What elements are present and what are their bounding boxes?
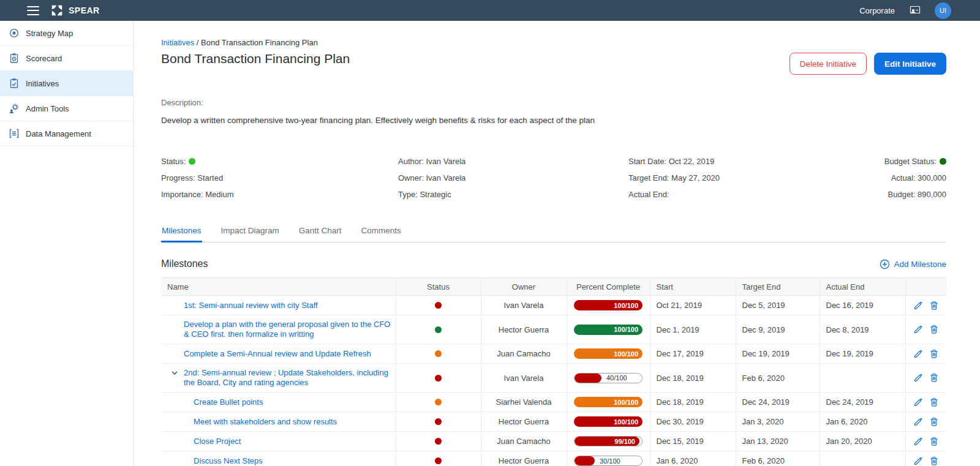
- importance-field: Importance: Medium: [161, 190, 398, 199]
- details-grid: Status: Author: Ivan Varela Start Date: …: [161, 153, 946, 203]
- edit-milestone-button[interactable]: [913, 325, 923, 334]
- milestone-link[interactable]: Discuss Next Steps: [194, 456, 263, 466]
- edit-initiative-button[interactable]: Edit Initiative: [874, 53, 946, 75]
- milestone-link[interactable]: Create Bullet points: [194, 397, 263, 407]
- sidebar-item-strategy-map[interactable]: Strategy Map: [0, 21, 133, 46]
- table-row: Create Bullet pointsSiarhei Valenda100/1…: [161, 393, 946, 412]
- edit-milestone-button[interactable]: [913, 349, 923, 359]
- milestone-start: Dec 18, 2019: [650, 393, 736, 412]
- milestone-status-dot: [435, 326, 442, 333]
- edit-milestone-button[interactable]: [913, 417, 923, 427]
- milestone-owner: Hector Guerra: [481, 451, 567, 466]
- sidebar-item-scorecard[interactable]: Scorecard: [0, 46, 133, 71]
- description-label: Description:: [161, 98, 946, 107]
- column-header-actual-end: Actual End: [820, 278, 905, 296]
- tab-impact-diagram[interactable]: Impact Diagram: [221, 222, 280, 242]
- edit-milestone-button[interactable]: [913, 373, 923, 383]
- tab-comments[interactable]: Comments: [361, 222, 402, 242]
- milestone-actual-end: Jan 6, 2020: [820, 412, 905, 432]
- milestone-start: Dec 18, 2019: [650, 364, 736, 393]
- milestone-link[interactable]: Close Project: [194, 437, 241, 446]
- page-title: Bond Transaction Financing Plan: [161, 51, 350, 66]
- milestone-target-end: Jan 13, 2020: [736, 432, 820, 451]
- delete-milestone-button[interactable]: [929, 301, 939, 310]
- milestone-owner: Siarhei Valenda: [481, 393, 567, 412]
- brand-name: SPEAR: [69, 6, 100, 15]
- edit-milestone-button[interactable]: [913, 456, 923, 466]
- tab-bar: MilestonesImpact DiagramGantt ChartComme…: [161, 222, 946, 242]
- table-row: Discuss Next StepsHector Guerra30/100Jan…: [161, 451, 946, 466]
- data-brackets-icon: [9, 128, 20, 139]
- milestone-link[interactable]: Complete a Semi-Annual review and Update…: [184, 349, 371, 359]
- milestone-status-dot: [435, 302, 442, 309]
- sidebar-item-data-management[interactable]: Data Management: [0, 121, 133, 146]
- sidebar-item-label: Initiatives: [26, 79, 59, 88]
- milestone-start: Oct 21, 2019: [650, 296, 736, 315]
- user-presentation-icon[interactable]: [908, 5, 921, 17]
- percent-bar: 30/100: [574, 456, 643, 466]
- delete-milestone-button[interactable]: [929, 349, 939, 359]
- breadcrumb: Initiatives / Bond Transaction Financing…: [161, 38, 946, 47]
- delete-milestone-button[interactable]: [929, 456, 939, 466]
- milestone-actual-end: Dec 19, 2019: [820, 344, 905, 364]
- tab-milestones[interactable]: Milestones: [161, 222, 202, 242]
- target-end-field: Target End: May 27, 2020: [628, 173, 884, 182]
- column-header-target-end: Target End: [736, 278, 820, 296]
- percent-bar: 99/100: [574, 436, 643, 446]
- author-field: Author: Ivan Varela: [398, 157, 628, 166]
- table-row: 1st: Semi-annual review with city StaffI…: [161, 296, 946, 315]
- milestone-target-end: Dec 5, 2019: [736, 296, 820, 315]
- chevron-down-icon[interactable]: [170, 368, 179, 378]
- percent-bar: 100/100: [574, 348, 643, 359]
- milestone-actual-end: [820, 364, 905, 393]
- add-milestone-button[interactable]: Add Milestone: [880, 259, 946, 269]
- tab-gantt-chart[interactable]: Gantt Chart: [298, 222, 342, 242]
- milestone-owner: Juan Camacho: [481, 432, 567, 451]
- user-avatar[interactable]: UI: [935, 2, 951, 19]
- gear-user-icon: [9, 103, 20, 114]
- milestone-status-dot: [435, 418, 442, 425]
- milestone-actual-end: [820, 451, 905, 466]
- delete-milestone-button[interactable]: [929, 397, 939, 407]
- edit-milestone-button[interactable]: [913, 397, 923, 407]
- milestone-actual-end: Dec 24, 2019: [820, 393, 905, 412]
- edit-milestone-button[interactable]: [913, 437, 923, 446]
- milestone-owner: Hector Guerra: [481, 315, 567, 344]
- status-dot: [189, 158, 195, 165]
- delete-milestone-button[interactable]: [929, 437, 939, 446]
- milestone-actual-end: Dec 16, 2019: [820, 296, 905, 315]
- edit-milestone-button[interactable]: [913, 301, 923, 310]
- milestone-status-dot: [435, 350, 442, 357]
- sidebar-item-initiatives[interactable]: Initiatives: [0, 71, 133, 96]
- sidebar-item-admin-tools[interactable]: Admin Tools: [0, 96, 133, 121]
- milestone-link[interactable]: Develop a plan with the general proposal…: [184, 320, 392, 339]
- milestone-link[interactable]: 2nd: Semi-annual review ; Update Stakeho…: [184, 368, 392, 388]
- milestone-start: Dec 17, 2019: [650, 344, 736, 364]
- milestone-link[interactable]: Meet with stakeholders and show results: [194, 417, 337, 427]
- delete-milestone-button[interactable]: [929, 373, 939, 383]
- milestone-target-end: Feb 6, 2020: [736, 364, 820, 393]
- budget-status-dot: [940, 158, 946, 165]
- sidebar-item-label: Scorecard: [26, 54, 62, 63]
- milestone-actual-end: Dec 8, 2019: [820, 315, 905, 344]
- milestones-heading: Milestones: [161, 258, 208, 269]
- description-text: Develop a written comprehensive two-year…: [161, 116, 946, 125]
- menu-icon[interactable]: [27, 6, 39, 15]
- org-label[interactable]: Corporate: [859, 6, 895, 15]
- budget-field: Budget: 890,000: [884, 190, 946, 199]
- delete-milestone-button[interactable]: [929, 417, 939, 427]
- table-row: Develop a plan with the general proposal…: [161, 315, 946, 344]
- spear-logo-icon: [50, 4, 64, 17]
- delete-milestone-button[interactable]: [929, 325, 939, 334]
- table-row: Meet with stakeholders and show resultsH…: [161, 412, 946, 432]
- milestone-link[interactable]: 1st: Semi-annual review with city Staff: [184, 301, 318, 310]
- breadcrumb-initiatives-link[interactable]: Initiatives: [161, 38, 194, 47]
- milestone-target-end: Dec 9, 2019: [736, 315, 820, 344]
- add-circle-icon: [880, 259, 890, 269]
- delete-initiative-button[interactable]: Delete Initiative: [790, 53, 867, 75]
- sidebar-item-label: Admin Tools: [26, 104, 69, 113]
- milestone-actual-end: Jan 20, 2020: [820, 432, 905, 451]
- actual-field: Actual: 300,000: [884, 173, 946, 182]
- milestone-status-dot: [435, 375, 442, 381]
- budget-status-field: Budget Status:: [884, 157, 946, 166]
